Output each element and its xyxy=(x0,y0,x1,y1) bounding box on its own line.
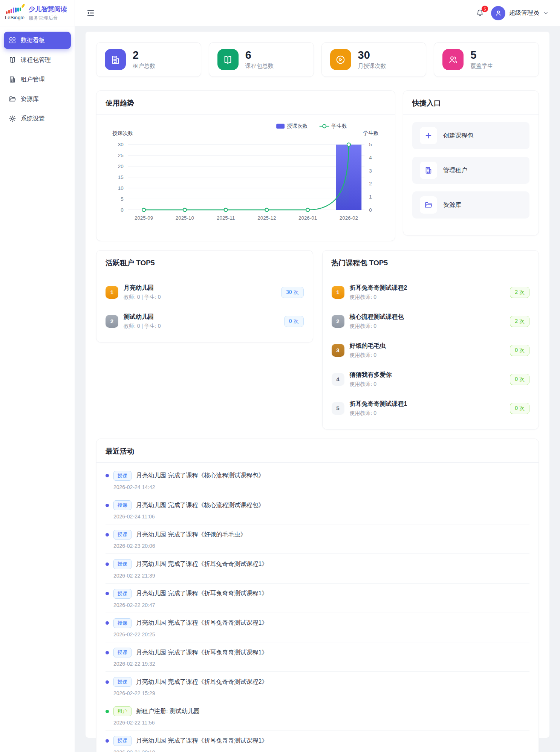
activity-tag: 租户 xyxy=(113,706,132,716)
activity-text: 新租户注册: 测试幼儿园 xyxy=(136,708,200,715)
svg-text:学生数: 学生数 xyxy=(363,130,379,136)
count-badge: 0 次 xyxy=(510,374,529,385)
tenant-rank-row: 1 月亮幼儿园 教师: 0 | 学生: 0 30 次 xyxy=(106,278,304,307)
quick-entry-label: 创建课程包 xyxy=(443,132,473,140)
activity-text: 月亮幼儿园 完成了课程《折耳兔奇奇测试课程1》 xyxy=(136,649,268,657)
svg-text:学生数: 学生数 xyxy=(332,123,347,129)
rank-badge: 3 xyxy=(332,344,344,357)
activity-dot xyxy=(106,739,109,743)
activity-time: 2026-02-22 20:25 xyxy=(113,631,529,637)
stat-value: 30 xyxy=(358,49,386,61)
hot-packages-card: 热门课程包 TOP5 1 折耳兔奇奇测试课程2 使用教师: 0 xyxy=(322,250,539,429)
logo-bars-icon xyxy=(6,6,23,15)
user-menu[interactable]: 超级管理员 xyxy=(491,6,549,20)
package-rank-row: 1 折耳兔奇奇测试课程2 使用教师: 0 2 次 xyxy=(332,278,530,307)
activity-time: 2026-02-22 19:32 xyxy=(113,661,529,667)
svg-text:2: 2 xyxy=(369,181,372,186)
usage-trend-title: 使用趋势 xyxy=(106,98,386,108)
activity-dot xyxy=(106,592,109,595)
top5-row: 活跃租户 TOP5 1 月亮幼儿园 教师: 0 | 学生: 0 xyxy=(96,250,539,429)
stat-value: 6 xyxy=(245,49,274,61)
sidebar-item-label: 资源库 xyxy=(21,95,39,103)
activity-item: 授课 月亮幼儿园 完成了课程《折耳兔奇奇测试课程1》 2026-02-21 20… xyxy=(106,731,529,752)
sidebar-item[interactable]: 租户管理 xyxy=(4,71,71,88)
stat-card: 5 覆盖学生 xyxy=(434,42,539,77)
quick-entry-label: 资源库 xyxy=(443,201,461,209)
package-rank-row: 2 核心流程测试课程包 使用教师: 0 2 次 xyxy=(332,307,530,336)
stat-card: 2 租户总数 xyxy=(96,42,201,77)
sidebar-item[interactable]: 系统设置 xyxy=(4,110,71,127)
menu-fold-icon[interactable] xyxy=(86,9,95,17)
sidebar-item-label: 租户管理 xyxy=(21,76,45,84)
play-circle-icon xyxy=(330,49,351,70)
sidebar-item[interactable]: 资源库 xyxy=(4,90,71,108)
activity-tag: 授课 xyxy=(113,677,132,687)
activity-tag: 授课 xyxy=(113,589,132,599)
activity-time: 2026-02-22 21:39 xyxy=(113,573,529,579)
topbar: 5 超级管理员 xyxy=(75,0,560,26)
brand: LeSingle 少儿智慧阅读 服务管理后台 xyxy=(0,0,75,26)
activity-tag: 授课 xyxy=(113,559,132,569)
page-content: 2 租户总数 6 课程包总数 xyxy=(75,26,560,752)
svg-text:2025-09: 2025-09 xyxy=(135,215,153,221)
sidebar-item[interactable]: 数据看板 xyxy=(4,32,71,49)
activity-tag: 授课 xyxy=(113,618,132,628)
svg-text:1: 1 xyxy=(369,194,372,200)
svg-text:2026-01: 2026-01 xyxy=(298,215,317,221)
activity-dot xyxy=(106,474,109,477)
quick-entry-item[interactable]: 资源库 xyxy=(412,191,529,219)
quick-entry-item[interactable]: 创建课程包 xyxy=(412,122,529,149)
activity-time: 2026-02-22 15:29 xyxy=(113,690,529,696)
activity-item: 授课 月亮幼儿园 完成了课程《折耳兔奇奇测试课程1》 2026-02-22 20… xyxy=(106,584,529,613)
activity-item: 授课 月亮幼儿园 完成了课程《核心流程测试课程包》 2026-02-24 11:… xyxy=(106,495,529,524)
activity-time: 2026-02-22 20:47 xyxy=(113,602,529,608)
stat-label: 覆盖学生 xyxy=(470,63,493,70)
activity-text: 月亮幼儿园 完成了课程《折耳兔奇奇测试课程1》 xyxy=(136,560,268,568)
main-area: 5 超级管理员 xyxy=(75,0,560,752)
count-badge: 0 次 xyxy=(510,345,529,356)
sidebar-item[interactable]: 课程包管理 xyxy=(4,51,71,69)
activity-text: 月亮幼儿园 完成了课程《折耳兔奇奇测试课程1》 xyxy=(136,619,268,627)
svg-text:4: 4 xyxy=(369,155,372,160)
stat-card: 30 月授课次数 xyxy=(321,42,427,77)
activity-tag: 授课 xyxy=(113,500,132,510)
activity-dot xyxy=(106,504,109,507)
activity-dot xyxy=(106,562,109,566)
stat-label: 月授课次数 xyxy=(358,63,386,70)
app-root: LeSingle 少儿智慧阅读 服务管理后台 数据看板 课程包管理 xyxy=(0,0,560,752)
stat-value: 2 xyxy=(133,49,155,61)
sidebar: LeSingle 少儿智慧阅读 服务管理后台 数据看板 课程包管理 xyxy=(0,0,75,752)
count-badge: 0 次 xyxy=(510,403,529,414)
activity-time: 2026-02-24 11:06 xyxy=(113,514,529,520)
user-name: 超级管理员 xyxy=(509,9,539,17)
book-icon xyxy=(9,56,16,64)
activity-dot xyxy=(106,680,109,684)
stat-label: 租户总数 xyxy=(133,63,155,70)
recent-activity-card: 最近活动 授课 月亮幼儿园 完成了课程《核心流程测试课程包》 2026-02-2… xyxy=(96,439,539,752)
svg-text:2026-02: 2026-02 xyxy=(340,215,358,221)
svg-text:授课次数: 授课次数 xyxy=(112,130,133,136)
building-icon xyxy=(420,162,437,179)
sidebar-nav: 数据看板 课程包管理 租户管理 资源库 xyxy=(0,26,75,135)
activity-time: 2026-02-23 20:06 xyxy=(113,543,529,549)
package-name: 好饿的毛毛虫 xyxy=(350,342,386,350)
package-name: 折耳兔奇奇测试课程1 xyxy=(350,400,407,408)
hot-packages-title: 热门课程包 TOP5 xyxy=(332,258,530,268)
activity-item: 授课 月亮幼儿园 完成了课程《好饿的毛毛虫》 2026-02-23 20:06 xyxy=(106,524,529,554)
activity-dot xyxy=(106,621,109,625)
package-rank-row: 5 折耳兔奇奇测试课程1 使用教师: 0 0 次 xyxy=(332,394,530,423)
package-sub: 使用教师: 0 xyxy=(350,352,386,359)
sidebar-item-label: 数据看板 xyxy=(21,37,45,44)
quick-entry-item[interactable]: 管理租户 xyxy=(412,157,529,184)
building-icon xyxy=(105,49,126,70)
svg-text:10: 10 xyxy=(118,185,124,191)
activity-text: 月亮幼儿园 完成了课程《折耳兔奇奇测试课程1》 xyxy=(136,590,268,598)
svg-text:0: 0 xyxy=(369,207,372,213)
gear-icon xyxy=(9,115,16,122)
app-title: 少儿智慧阅读 xyxy=(29,5,67,14)
folder-icon xyxy=(9,95,16,103)
people-icon xyxy=(442,49,464,70)
rank-badge: 4 xyxy=(332,373,344,386)
activity-dot xyxy=(106,710,109,713)
notification-bell-icon[interactable]: 5 xyxy=(476,9,484,17)
